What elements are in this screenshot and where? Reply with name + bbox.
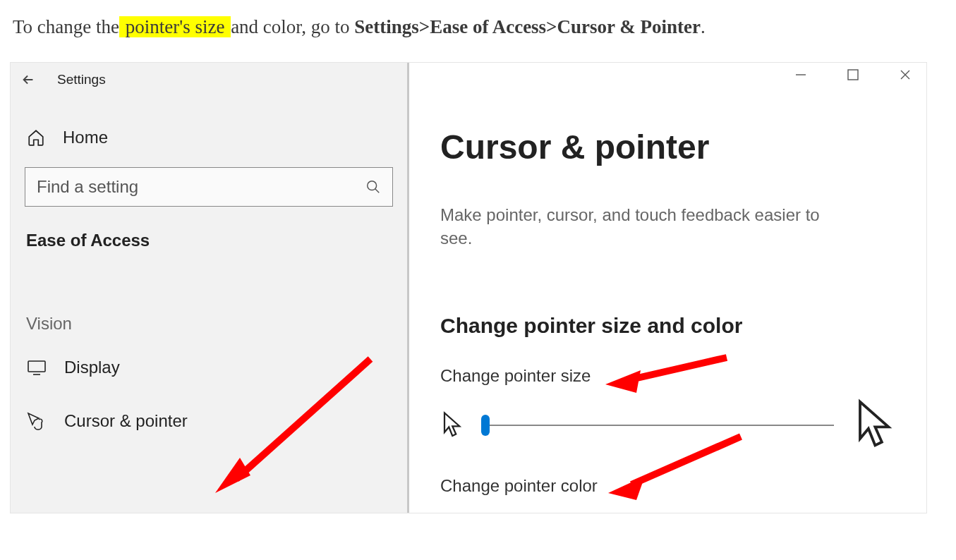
slider-thumb[interactable]: [481, 415, 490, 436]
pointer-color-label: Change pointer color: [440, 476, 907, 496]
article-mid: and color, go to: [231, 16, 354, 37]
cursor-pointer-icon: [26, 411, 47, 431]
svg-rect-3: [848, 70, 858, 80]
minimize-button[interactable]: [792, 68, 809, 81]
nav-home-label: Home: [63, 128, 108, 147]
search-placeholder: Find a setting: [37, 177, 365, 197]
back-icon[interactable]: [20, 72, 36, 87]
article-suffix: .: [701, 16, 706, 37]
article-instruction: To change the pointer's size and color, …: [0, 0, 833, 49]
search-input[interactable]: Find a setting: [25, 167, 393, 207]
nav-home[interactable]: Home: [11, 118, 407, 157]
article-highlight: pointer's size: [119, 16, 231, 37]
search-icon: [365, 179, 381, 195]
page-title: Cursor & pointer: [440, 128, 907, 166]
cursor-large-icon: [852, 398, 895, 452]
settings-main: Cursor & pointer Make pointer, cursor, a…: [409, 63, 926, 513]
window-topbar: Settings: [11, 63, 407, 97]
svg-marker-2: [215, 458, 250, 493]
sidebar-item-cursor-pointer[interactable]: Cursor & pointer: [11, 394, 407, 448]
window-controls: [792, 68, 914, 81]
svg-point-0: [368, 181, 377, 190]
section-title: Change pointer size and color: [440, 314, 907, 338]
search-wrap: Find a setting: [25, 167, 393, 207]
maximize-button[interactable]: [845, 68, 861, 81]
home-icon: [26, 128, 46, 147]
svg-rect-1: [28, 361, 45, 372]
sidebar-item-display[interactable]: Display: [11, 341, 407, 394]
close-button[interactable]: [897, 68, 914, 81]
page-description: Make pointer, cursor, and touch feedback…: [440, 203, 835, 250]
article-path: Settings>Ease of Access>Cursor & Pointer: [354, 16, 701, 37]
article-prefix: To change the: [13, 16, 119, 37]
window-title: Settings: [57, 72, 106, 87]
pointer-size-slider-row: [440, 398, 907, 452]
pointer-size-slider[interactable]: [481, 425, 834, 426]
settings-sidebar: Settings Home Find a setting Ease of Acc…: [11, 63, 409, 513]
display-icon: [26, 359, 47, 376]
cursor-small-icon: [440, 411, 463, 439]
pointer-size-label: Change pointer size: [440, 366, 907, 386]
sidebar-item-label: Display: [64, 358, 120, 377]
settings-window: Settings Home Find a setting Ease of Acc…: [10, 62, 927, 513]
sidebar-subcategory: Vision: [26, 314, 392, 334]
sidebar-item-label: Cursor & pointer: [64, 411, 188, 431]
sidebar-category: Ease of Access: [26, 231, 392, 250]
